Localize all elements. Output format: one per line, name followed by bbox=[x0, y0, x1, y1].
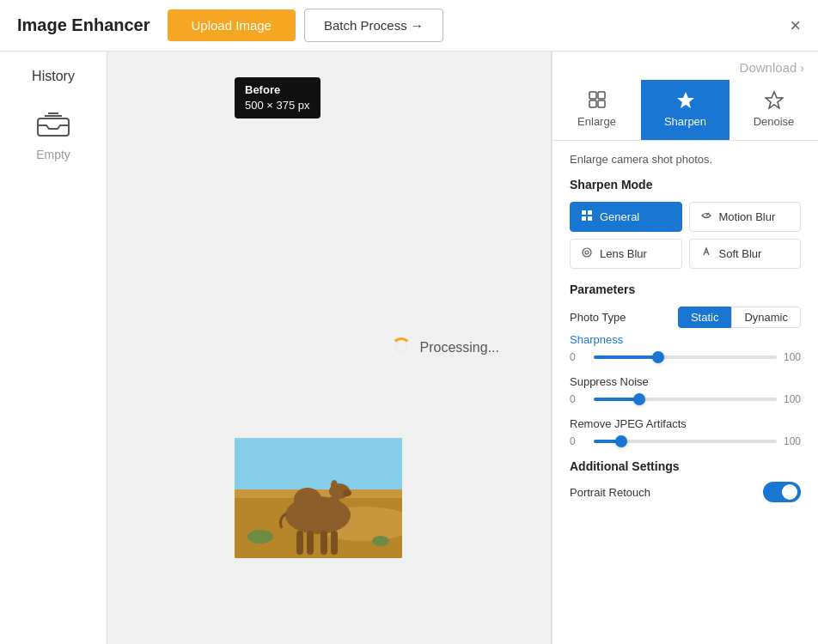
svg-point-27 bbox=[583, 248, 591, 257]
lens-blur-label: Lens Blur bbox=[600, 247, 647, 260]
svg-rect-19 bbox=[589, 92, 596, 99]
soft-blur-label: Soft Blur bbox=[719, 247, 762, 260]
svg-point-11 bbox=[343, 489, 351, 496]
batch-process-button[interactable]: Batch Process → bbox=[304, 9, 443, 42]
additional-settings-title: Additional Settings bbox=[570, 459, 801, 473]
svg-point-8 bbox=[294, 488, 321, 512]
tab-denoise[interactable]: Denoise bbox=[729, 80, 818, 140]
photo-type-dynamic[interactable]: Dynamic bbox=[731, 307, 801, 328]
svg-rect-13 bbox=[296, 531, 303, 555]
svg-rect-16 bbox=[331, 531, 338, 555]
lens-blur-icon bbox=[581, 246, 593, 261]
portrait-retouch-row: Portrait Retouch bbox=[570, 482, 801, 502]
svg-point-17 bbox=[247, 530, 273, 544]
mode-tabs: Enlarge Sharpen Denoise bbox=[552, 80, 818, 141]
download-label: Download bbox=[740, 60, 797, 75]
close-button[interactable]: × bbox=[790, 16, 801, 35]
main-layout: History Empty Before 500 × 375 px bbox=[0, 52, 818, 644]
svg-rect-22 bbox=[598, 100, 605, 107]
download-row: Download › bbox=[552, 52, 818, 80]
svg-rect-15 bbox=[320, 531, 327, 555]
svg-rect-14 bbox=[307, 531, 314, 555]
photo-type-static[interactable]: Static bbox=[678, 307, 732, 328]
svg-rect-0 bbox=[38, 118, 69, 136]
soft-blur-icon bbox=[700, 246, 712, 261]
canvas-area: Before 500 × 375 px bbox=[107, 52, 551, 644]
portrait-retouch-slider bbox=[763, 482, 801, 502]
svg-rect-20 bbox=[598, 92, 605, 99]
jpeg-artifacts-thumb[interactable] bbox=[615, 435, 627, 447]
sharpness-fill bbox=[594, 355, 658, 359]
right-panel: Download › Enlarge bbox=[552, 52, 818, 644]
history-label: History bbox=[32, 69, 75, 84]
mode-motion-blur[interactable]: Motion Blur bbox=[689, 202, 802, 232]
before-size: 500 × 375 px bbox=[245, 98, 310, 113]
tab-sharpen-label: Sharpen bbox=[664, 115, 706, 128]
denoise-tab-icon bbox=[765, 90, 784, 112]
sharpness-track-row: 0 100 bbox=[570, 351, 801, 363]
image-preview bbox=[235, 438, 402, 558]
mode-lens-blur[interactable]: Lens Blur bbox=[570, 239, 682, 269]
tab-denoise-label: Denoise bbox=[754, 115, 795, 128]
parameters-title: Parameters bbox=[570, 283, 801, 296]
suppress-noise-thumb[interactable] bbox=[633, 393, 645, 405]
before-label: Before bbox=[245, 82, 310, 98]
sharpness-label: Sharpness bbox=[570, 333, 801, 346]
tab-enlarge-label: Enlarge bbox=[577, 115, 616, 128]
suppress-noise-track-row: 0 100 bbox=[570, 393, 801, 405]
tab-sharpen[interactable]: Sharpen bbox=[641, 80, 729, 140]
svg-rect-3 bbox=[235, 438, 402, 489]
inbox-icon bbox=[36, 110, 70, 141]
jpeg-artifacts-slider[interactable] bbox=[594, 440, 777, 443]
suppress-noise-min: 0 bbox=[570, 393, 587, 405]
suppress-noise-slider[interactable] bbox=[594, 398, 777, 401]
motion-blur-label: Motion Blur bbox=[719, 210, 776, 223]
photo-type-label: Photo Type bbox=[570, 311, 626, 324]
panel-body: Enlarge camera shot photos. Sharpen Mode… bbox=[552, 141, 818, 514]
motion-blur-icon bbox=[700, 210, 712, 224]
sharpness-min: 0 bbox=[570, 351, 587, 363]
sharpen-tab-icon bbox=[676, 90, 695, 112]
svg-rect-9 bbox=[327, 496, 339, 522]
svg-rect-25 bbox=[582, 216, 586, 221]
suppress-noise-label: Suppress Noise bbox=[570, 375, 801, 388]
jpeg-artifacts-label: Remove JPEG Artifacts bbox=[570, 417, 801, 430]
jpeg-artifacts-min: 0 bbox=[570, 435, 587, 447]
enlarge-description: Enlarge camera shot photos. bbox=[570, 153, 801, 166]
tab-enlarge[interactable]: Enlarge bbox=[552, 80, 641, 140]
photo-type-toggle: Static Dynamic bbox=[678, 307, 801, 328]
top-bar: Image Enhancer Upload Image Batch Proces… bbox=[0, 0, 818, 52]
loading-spinner bbox=[391, 337, 412, 358]
suppress-noise-max: 100 bbox=[784, 393, 801, 405]
svg-rect-21 bbox=[589, 100, 596, 107]
processing-text: Processing... bbox=[420, 340, 499, 355]
suppress-noise-slider-row: Suppress Noise 0 100 bbox=[570, 375, 801, 405]
enlarge-tab-icon bbox=[588, 90, 607, 112]
mode-general[interactable]: General bbox=[570, 202, 682, 232]
processing-area: Processing... bbox=[391, 337, 499, 358]
photo-type-row: Photo Type Static Dynamic bbox=[570, 307, 801, 328]
app-title: Image Enhancer bbox=[17, 15, 150, 35]
svg-point-12 bbox=[331, 480, 338, 490]
sharpness-slider-row: Sharpness 0 100 bbox=[570, 333, 801, 363]
download-button[interactable]: Download › bbox=[740, 60, 804, 75]
jpeg-artifacts-max: 100 bbox=[784, 435, 801, 447]
svg-rect-24 bbox=[588, 210, 592, 215]
sharpness-thumb[interactable] bbox=[652, 351, 664, 363]
svg-point-28 bbox=[585, 251, 589, 254]
upload-image-button[interactable]: Upload Image bbox=[168, 9, 296, 41]
sharpness-max: 100 bbox=[784, 351, 801, 363]
portrait-retouch-label: Portrait Retouch bbox=[570, 486, 650, 499]
before-badge: Before 500 × 375 px bbox=[235, 77, 320, 118]
jpeg-artifacts-slider-row: Remove JPEG Artifacts 0 100 bbox=[570, 417, 801, 447]
suppress-noise-fill bbox=[594, 398, 639, 401]
sharpen-mode-grid: General Motion Blur bbox=[570, 202, 801, 269]
sharpness-slider[interactable] bbox=[594, 355, 777, 359]
portrait-retouch-toggle[interactable] bbox=[763, 482, 801, 502]
sharpen-mode-title: Sharpen Mode bbox=[570, 178, 801, 191]
empty-label: Empty bbox=[36, 148, 70, 161]
svg-rect-23 bbox=[582, 210, 586, 215]
general-label: General bbox=[600, 210, 639, 223]
general-icon bbox=[581, 210, 593, 224]
mode-soft-blur[interactable]: Soft Blur bbox=[689, 239, 802, 269]
